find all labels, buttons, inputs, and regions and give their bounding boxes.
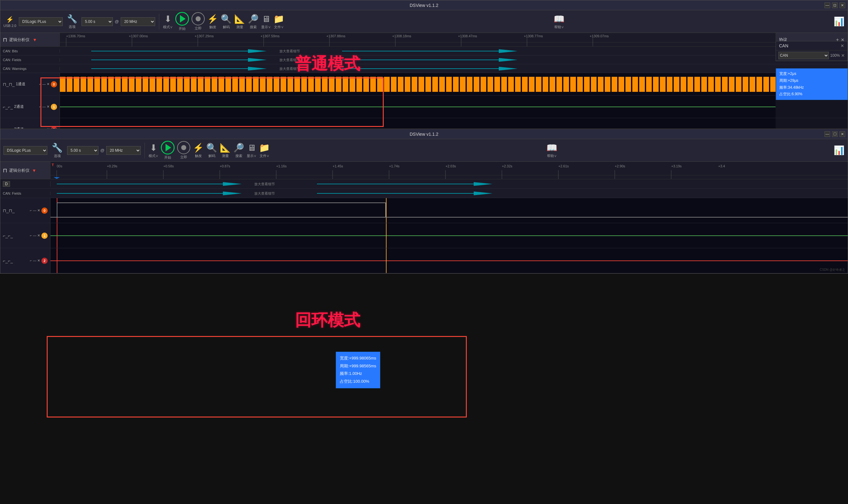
start-btn-2[interactable]: 开始 [161,141,175,160]
ch2-1-ctrl-3[interactable]: ✕ [37,234,40,238]
ch2-2-signal-line [51,260,848,261]
window1-title: DSView v1.1.2 [410,3,438,8]
logic-label-area-2: ⊓ 逻辑分析仪 ▼ [0,162,51,179]
svg-marker-21 [248,67,267,71]
maximize-btn-1[interactable]: ⊡ [832,2,838,8]
ch2-2-ctrl-2[interactable]: — [33,258,36,263]
can-topright-label-1: CAN [779,43,789,48]
search-btn-2[interactable]: 🔎 搜索 [233,143,244,158]
options-btn-1[interactable]: 🔧 选项 [65,13,79,31]
decode-rows-1: CAN: Bits 放大查看细节 CAN 100% [0,47,848,73]
mode-label-2: 模式∨ [149,154,158,158]
freq-select-2[interactable]: 20 MHz [106,146,141,155]
options-label-2: 选项 [54,154,61,158]
stop-btn-2[interactable]: 立即 [177,141,190,160]
tooltip2-period: 周期:+999.98565ms [340,362,376,370]
stop-icon-2[interactable] [177,141,190,154]
trigger-btn-1[interactable]: ⚡ 触发 [207,14,218,30]
can-select-1[interactable]: CAN [778,52,829,59]
can-row-close-1[interactable]: ✕ [841,53,845,58]
stop-icon-1[interactable] [192,12,205,25]
play-icon-2[interactable] [161,141,175,155]
help-icon-2: 📖 [546,143,557,153]
decode2-bits-svg: 放大查看细节 [51,179,848,189]
ch2-0-ctrl-3[interactable]: ✕ [37,209,40,213]
display-btn-2[interactable]: 🖥 显示∨ [247,143,256,158]
d-badge-2: D [3,181,10,187]
logic-label-area-1: ⊓ 逻辑分析仪 ▼ [0,33,60,47]
minimize-btn-2[interactable]: — [825,131,830,137]
watermark: CSDN @好奇者之 [820,268,845,272]
stop-inner-2 [181,145,186,150]
decode-row-bits-1: CAN: Bits 放大查看细节 CAN 100% [0,47,848,55]
freq-select-1[interactable]: 20 MHz [121,17,155,26]
svg-text:放大查看细节: 放大查看细节 [279,67,300,71]
ch2-2-ctrl-1[interactable]: ⌐ [30,258,32,263]
trigger-btn-2[interactable]: ⚡ 触发 [193,143,204,158]
ch1-ctrl-2[interactable]: — [42,105,46,109]
ch1-ctrl-1[interactable]: ⌐ [39,105,41,109]
ch2-0-ctrl-1[interactable]: ⌐ [30,209,32,213]
ch1-ctrl-3[interactable]: ✕ [47,105,50,109]
download-icon-2: ⬇ [150,143,157,153]
decode2-fields-label: CAN: Fields [0,192,51,195]
decode-btn-2[interactable]: 🔍 解码 [206,143,217,158]
ch0-ctrl-3[interactable]: ✕ [47,82,50,86]
logic-analyzer-label-1: 逻辑分析仪 [9,37,30,43]
help-btn-1[interactable]: 📖 帮助∨ [554,14,565,30]
play-icon-1[interactable] [175,12,189,26]
file-icon-1: 📁 [273,14,284,24]
ch2-0-pulse [57,202,386,217]
device-select-2[interactable]: DSLogic PLus [3,146,47,155]
waveform-icon-1: ⊓ [3,36,7,43]
svg-marker-49 [474,192,492,195]
display-btn-1[interactable]: 🖥 显示∨ [261,14,271,30]
svg-marker-46 [223,192,242,195]
file-btn-1[interactable]: 📁 文件∨ [273,14,284,30]
trigger-indicator-2: ▼ [32,168,36,173]
can-topright-close-x-1[interactable]: ✕ [841,43,844,48]
ruler-labels-2: T 00s +0.29s +0.58s +0.87s +1.16s +1.45s… [51,162,848,179]
ch2-0-ctrl-2[interactable]: — [33,209,36,213]
maximize-btn-2[interactable]: ☐ [832,131,838,137]
file-label-2: 文件∨ [259,154,269,158]
svg-marker-11 [248,49,267,53]
ch2-1-ctrl-1[interactable]: ⌐ [30,234,32,238]
search-btn-1[interactable]: 🔎 搜索 [248,14,259,30]
time-select-2[interactable]: 5.00 s [67,146,98,155]
measure-btn-1[interactable]: 📐 测量 [234,14,245,30]
file-btn-2[interactable]: 📁 文件∨ [259,143,270,158]
decode-btn-1[interactable]: 🔍 解码 [221,14,232,30]
ruler-row-2: ⊓ 逻辑分析仪 ▼ T 00s +0.29s +0.58s +0.87s +1.… [0,162,848,179]
download-btn-2[interactable]: ⬇ 模式∨ [149,143,158,158]
ch2-1-signal-line [51,235,848,236]
decode-bits-signal-1: 放大查看细节 [60,47,776,55]
decode-fields-svg-1: 放大查看细节 [60,55,776,64]
minimize-btn-1[interactable]: — [825,2,830,8]
measure-btn-2[interactable]: 📐 测量 [220,143,231,158]
usb-icon-1: ⚡ [6,16,14,23]
download-btn-1[interactable]: ⬇ 模式∨ [163,14,173,30]
start-btn-1[interactable]: 开始 [175,12,189,31]
close-btn-1[interactable]: ✕ [840,2,845,8]
search-label-2: 搜索 [235,154,242,158]
at-symbol-1: @ [115,19,119,24]
measure-label-2: 测量 [222,154,229,158]
help-btn-2[interactable]: 📖 帮助∨ [546,143,557,158]
ch0-ctrl-2[interactable]: — [42,82,46,86]
time-select-1[interactable]: 5.00 s [82,17,113,26]
stop-btn-1[interactable]: 立即 [192,12,205,31]
options-btn-2[interactable]: 🔧 选项 [50,141,65,160]
decode-fields-signal-1: 放大查看细节 [60,55,776,64]
ch2-2-ctrl-3[interactable]: ✕ [37,258,40,263]
decode2-bits-signal: 放大查看细节 [51,179,848,188]
ch2-1-ctrl-2[interactable]: — [33,234,36,238]
device-select-1[interactable]: DSLogic PLus [19,17,63,26]
svg-text:放大查看细节: 放大查看细节 [254,192,275,195]
ch0-ctrl-1[interactable]: ⌐ [39,82,41,86]
play-triangle-2 [165,144,171,151]
immediate-label-2: 立即 [180,155,187,160]
search-label-1: 搜索 [250,25,257,30]
close-btn-2[interactable]: ✕ [840,131,845,137]
ch2-1-wave-icon: ⌐_⌐_ [3,233,13,238]
